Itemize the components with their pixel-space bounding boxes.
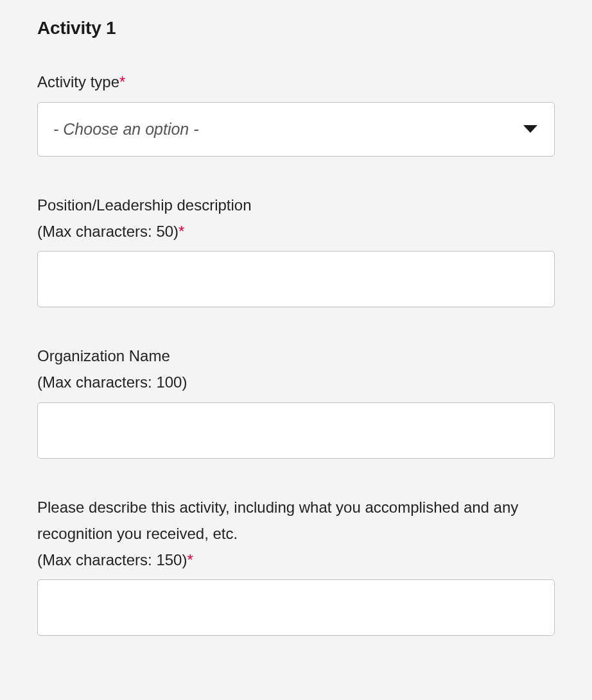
- label-text: Activity type: [37, 73, 119, 90]
- position-field: Position/Leadership description (Max cha…: [37, 192, 555, 308]
- position-label: Position/Leadership description (Max cha…: [37, 192, 555, 245]
- activity-type-field: Activity type* - Choose an option -: [37, 69, 555, 157]
- required-marker: *: [119, 73, 125, 90]
- describe-field: Please describe this activity, including…: [37, 495, 555, 636]
- section-heading: Activity 1: [37, 18, 555, 38]
- activity-type-select[interactable]: - Choose an option -: [37, 102, 555, 157]
- required-marker: *: [187, 551, 193, 568]
- label-hint: (Max characters: 50): [37, 223, 178, 240]
- position-input[interactable]: [37, 251, 555, 307]
- chevron-down-icon: [523, 125, 537, 133]
- describe-label: Please describe this activity, including…: [37, 495, 555, 573]
- svg-marker-0: [523, 125, 537, 133]
- organization-label: Organization Name (Max characters: 100): [37, 343, 555, 396]
- organization-field: Organization Name (Max characters: 100): [37, 343, 555, 459]
- label-hint: (Max characters: 100): [37, 373, 187, 391]
- label-text: Organization Name: [37, 347, 170, 364]
- label-text: Please describe this activity, including…: [37, 499, 518, 542]
- organization-input[interactable]: [37, 402, 555, 459]
- required-marker: *: [178, 223, 184, 240]
- describe-input[interactable]: [37, 579, 555, 636]
- label-hint: (Max characters: 150): [37, 551, 187, 568]
- activity-type-label: Activity type*: [37, 69, 555, 96]
- select-placeholder: - Choose an option -: [53, 120, 199, 139]
- label-text: Position/Leadership description: [37, 196, 252, 214]
